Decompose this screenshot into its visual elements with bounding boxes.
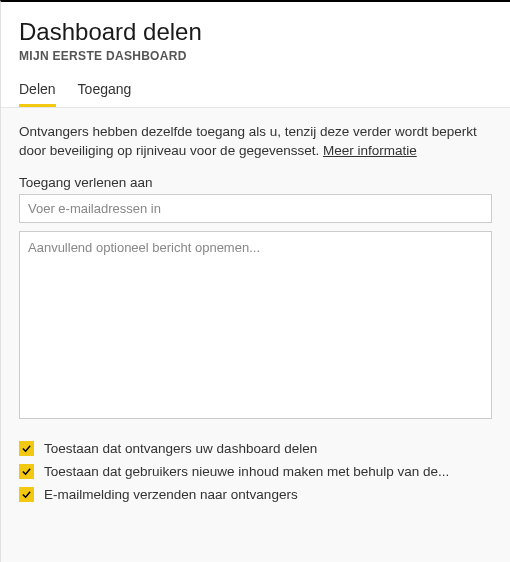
- share-description: Ontvangers hebben dezelfde toegang als u…: [19, 122, 492, 161]
- allow-build-label: Toestaan dat gebruikers nieuwe inhoud ma…: [44, 464, 449, 479]
- panel-header: Dashboard delen MIJN EERSTE DASHBOARD De…: [1, 2, 510, 107]
- checkmark-icon: [19, 464, 34, 479]
- dashboard-name-subtitle: MIJN EERSTE DASHBOARD: [19, 49, 492, 63]
- share-dashboard-panel: Dashboard delen MIJN EERSTE DASHBOARD De…: [1, 2, 510, 562]
- send-email-label: E-mailmelding verzenden naar ontvangers: [44, 487, 298, 502]
- optional-message-textarea[interactable]: [19, 231, 492, 419]
- checkmark-icon: [19, 487, 34, 502]
- allow-reshare-label: Toestaan dat ontvangers uw dashboard del…: [44, 441, 317, 456]
- tab-bar: Delen Toegang: [19, 81, 492, 107]
- grant-access-label: Toegang verlenen aan: [19, 175, 492, 190]
- share-options-group: Toestaan dat ontvangers uw dashboard del…: [19, 441, 492, 502]
- share-content: Ontvangers hebben dezelfde toegang als u…: [1, 107, 510, 562]
- panel-title: Dashboard delen: [19, 18, 492, 47]
- checkmark-icon: [19, 441, 34, 456]
- more-info-link[interactable]: Meer informatie: [323, 143, 417, 158]
- send-email-checkbox-row[interactable]: E-mailmelding verzenden naar ontvangers: [19, 487, 492, 502]
- allow-reshare-checkbox-row[interactable]: Toestaan dat ontvangers uw dashboard del…: [19, 441, 492, 456]
- tab-access[interactable]: Toegang: [78, 81, 132, 107]
- allow-build-checkbox-row[interactable]: Toestaan dat gebruikers nieuwe inhoud ma…: [19, 464, 492, 479]
- tab-share[interactable]: Delen: [19, 81, 56, 107]
- email-addresses-input[interactable]: [19, 194, 492, 223]
